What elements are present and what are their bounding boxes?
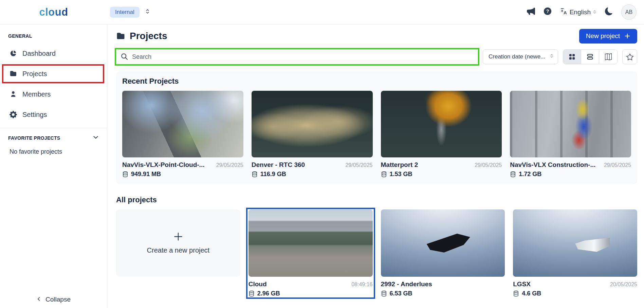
all-projects-section: All projects Create a new project Cloud … (116, 195, 637, 297)
project-size: 6.53 GB (390, 290, 412, 297)
favorites-section-label: FAVORITE PROJECTS (8, 135, 60, 141)
project-date: 20/05/2025 (610, 281, 637, 288)
translate-icon: xA (560, 7, 568, 17)
project-card-selected[interactable]: Cloud 08:49:16 2.96 GB (249, 209, 373, 297)
recent-projects-heading: Recent Projects (122, 77, 631, 86)
page-title-text: Projects (130, 31, 167, 41)
moon-icon (605, 7, 613, 17)
theme-toggle-button[interactable] (605, 7, 613, 17)
recent-projects-section: Recent Projects NavVis-VLX-Point-Cloud-.… (116, 71, 637, 184)
project-card[interactable]: NavVis-VLX Construction-... 29/05/2025 1… (510, 91, 631, 178)
folder-icon (10, 70, 17, 78)
sidebar-divider (0, 128, 107, 128)
project-card[interactable]: LGSX 20/05/2025 4.6 GB (513, 209, 637, 297)
svg-text:x: x (561, 8, 563, 13)
project-thumbnail (249, 209, 373, 277)
sidebar-item-members[interactable]: Members (0, 86, 107, 103)
search-icon (121, 53, 128, 60)
language-label: English (570, 8, 591, 16)
question-circle-icon: ? (544, 7, 552, 17)
sidebar-item-label: Projects (22, 70, 47, 78)
new-project-button[interactable]: New project (579, 29, 637, 44)
header-actions: ? xA English AB (527, 4, 644, 20)
collapse-sidebar-button[interactable]: Collapse (0, 296, 107, 303)
dashboard-pie-icon (10, 50, 17, 57)
grid-icon (569, 53, 575, 60)
project-card[interactable]: NavVis-VLX-Point-Cloud-... 29/05/2025 94… (122, 91, 243, 178)
project-date: 29/05/2025 (604, 162, 631, 168)
workspace-badge[interactable]: Internal (110, 7, 140, 18)
sidebar-section-favorites[interactable]: FAVORITE PROJECTS (0, 134, 107, 141)
language-selector[interactable]: xA English (560, 7, 596, 17)
project-card[interactable]: Denver - RTC 360 29/05/2025 116.9 GB (252, 91, 373, 178)
storage-icon (122, 171, 128, 178)
project-size: 4.6 GB (522, 290, 541, 297)
favorites-empty-text: No favorite projects (0, 148, 107, 155)
project-size: 116.9 GB (260, 171, 286, 178)
project-thumbnail (510, 91, 631, 157)
project-thumbnail (252, 91, 373, 157)
project-title: NavVis-VLX Construction-... (510, 161, 595, 169)
user-avatar[interactable]: AB (621, 4, 637, 20)
storage-icon (381, 290, 387, 297)
sidebar-item-dashboard[interactable]: Dashboard (0, 45, 107, 62)
project-card[interactable]: 2992 - Anderlues 6.53 GB (381, 209, 505, 297)
settings-gear-icon (10, 111, 17, 118)
chevron-down-icon[interactable] (93, 134, 99, 141)
pointcloud-shape (575, 238, 610, 252)
create-new-project-label: Create a new project (147, 246, 210, 254)
storage-icon (249, 290, 255, 297)
search-input[interactable] (116, 49, 478, 64)
project-title: Cloud (249, 280, 267, 288)
search-field-wrapper (116, 49, 478, 64)
sidebar-item-settings[interactable]: Settings (0, 106, 107, 123)
announcements-button[interactable] (527, 7, 535, 17)
project-size: 1.53 GB (390, 171, 412, 178)
sidebar: GENERAL Dashboard Projects Members Set (0, 24, 107, 308)
projects-annotation-box (2, 64, 104, 83)
sidebar-section-general: GENERAL (0, 33, 107, 39)
workspace-switcher: Internal (110, 7, 150, 18)
project-size: 2.96 GB (257, 290, 280, 297)
svg-text:?: ? (546, 8, 549, 14)
project-title: LGSX (513, 280, 531, 288)
grid-view-button[interactable] (563, 50, 581, 64)
workspace-selector-icon[interactable] (145, 8, 150, 16)
project-title: Matterport 2 (381, 161, 418, 169)
project-card[interactable]: Matterport 2 29/05/2025 1.53 GB (381, 91, 502, 178)
map-icon (605, 53, 612, 60)
project-thumbnail (381, 209, 505, 277)
language-selector-icon (593, 8, 596, 16)
sidebar-item-label: Settings (22, 111, 47, 119)
list-view-button[interactable] (581, 50, 599, 64)
megaphone-icon (527, 7, 535, 17)
svg-text:A: A (564, 10, 567, 15)
sidebar-item-projects[interactable]: Projects (0, 65, 107, 82)
project-date: 08:49:16 (351, 281, 372, 288)
sidebar-item-label: Members (22, 90, 51, 98)
app-logo[interactable]: cloud (39, 6, 68, 18)
folder-icon (116, 32, 125, 41)
main-content: Projects New project Creation date (newe… (107, 24, 644, 308)
create-new-project-card[interactable]: Create a new project (116, 209, 240, 277)
map-view-button[interactable] (599, 50, 617, 64)
help-button[interactable]: ? (544, 7, 552, 17)
logo-area: cloud (0, 6, 107, 18)
new-project-label: New project (586, 32, 620, 40)
favorites-filter-button[interactable] (622, 49, 637, 64)
all-projects-heading: All projects (116, 195, 637, 204)
project-title: Denver - RTC 360 (252, 161, 305, 169)
collapse-label: Collapse (45, 296, 71, 303)
project-title: NavVis-VLX-Point-Cloud-... (122, 161, 204, 169)
list-rows-icon (587, 53, 593, 60)
storage-icon (513, 290, 519, 297)
storage-icon (381, 171, 387, 178)
project-thumbnail (122, 91, 243, 157)
project-date: 29/05/2025 (475, 162, 502, 168)
project-size: 1.72 GB (519, 171, 541, 178)
project-title: 2992 - Anderlues (381, 280, 432, 288)
sidebar-item-label: Dashboard (22, 50, 56, 57)
project-size: 949.91 MB (131, 171, 161, 178)
sort-dropdown[interactable]: Creation date (newe... (483, 49, 558, 64)
project-date: 29/05/2025 (216, 162, 243, 168)
